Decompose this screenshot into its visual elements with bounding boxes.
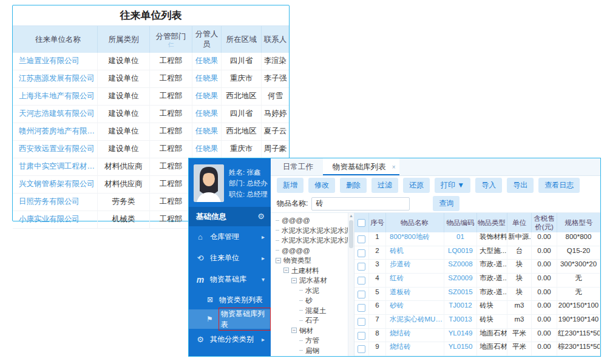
tree-node[interactable]: − 水泥水泥水泥水泥水泥水泥水泥 [271,226,354,236]
sidebar-item-material-types[interactable]: ⊠ 物资类别列表 [189,290,271,309]
select-all-checkbox[interactable] [358,219,365,227]
tree-collapse-icon[interactable]: − [291,278,297,283]
tree-node[interactable]: − @@@@ [271,215,354,226]
column-person[interactable]: 分管人员 [192,26,222,53]
column-department[interactable]: 分管部门 仁 [150,26,192,53]
partner-name-link[interactable]: 西安致远置业有限公司 [13,141,98,158]
row-checkbox[interactable] [358,235,365,243]
row-checkbox[interactable] [358,318,365,326]
toolbar-button[interactable]: 新增 [277,178,304,193]
row-checkbox[interactable] [358,332,365,340]
tree-node[interactable]: − 混凝土 [271,306,354,316]
sort-icon[interactable]: 仁 [168,42,174,48]
item-code-link[interactable]: LQ0019 [444,246,477,260]
column-item-name[interactable]: 物品名称 [386,213,444,232]
tree-node[interactable]: − 砂 [271,295,354,306]
tree-node[interactable]: − 水泥 [271,286,354,296]
item-name-link[interactable]: 步道砖 [386,260,444,273]
toolbar-button[interactable]: 删除 [340,178,367,193]
partner-name-link[interactable]: 天河志浩建筑有限公司 [13,106,98,123]
partner-person-link[interactable]: 任晓果 [192,53,222,70]
column-serial[interactable]: 序号 [369,213,386,232]
query-button[interactable]: 查询 [433,196,459,211]
item-name-link[interactable]: 800*800地砖 [386,232,444,246]
toolbar-button[interactable]: 导入 [475,178,502,193]
tree-node[interactable]: − 水泥水泥水泥水泥水泥水泥水泥 [271,235,354,246]
column-price[interactable]: 含税售价(元) [532,213,557,232]
partner-name-link[interactable]: 赣州河荟房地产有限公司 [13,123,98,140]
column-item-code[interactable]: 物品编码 [444,213,477,232]
item-name-link[interactable]: 水泥实心砖MU10 [386,315,444,328]
tab-daily-work[interactable]: 日常工作 [273,158,323,175]
partner-name-link[interactable]: 甘肃中实空调工程材料... [13,158,98,175]
sidebar-item-other-categories[interactable]: ⚙ 其他分类类别 ▸ [189,329,271,350]
row-checkbox[interactable] [358,345,365,353]
column-spec[interactable]: 规格型号 [557,213,600,232]
toolbar-button[interactable]: 导出 [507,178,534,193]
item-code-link[interactable]: SZ0008 [444,260,477,273]
row-checkbox[interactable] [358,249,365,257]
column-partner-name[interactable]: 往来单位名称 [13,26,98,53]
column-category[interactable]: 所属类别 [98,26,150,53]
tree-node[interactable]: − 角钢 [271,356,354,356]
item-code-link[interactable]: TJ0012 [444,301,477,314]
item-name-link[interactable]: 烧结砖 [386,342,444,356]
column-unit[interactable]: 单位 [507,213,532,232]
tree-node[interactable]: − @@@@ [271,246,354,256]
item-code-link[interactable]: YL0150 [444,342,477,356]
row-checkbox[interactable] [358,277,365,285]
tree-node[interactable]: − 土建材料 [271,266,354,276]
item-name-link[interactable]: 道板砖 [386,288,444,301]
toolbar-button[interactable]: 修改 [308,178,335,193]
partner-name-link[interactable]: 上海兆丰地产有限公司 [13,88,98,105]
close-icon[interactable]: × [392,159,396,176]
partner-name-link[interactable]: 日照劳务有限公司 [13,194,98,211]
sidebar-item-material-base-list[interactable]: ⚑ 物资基础库列表 [189,309,271,329]
partner-name-link[interactable]: 兴文钢管桥架有限公司 [13,176,98,193]
toolbar-button[interactable]: 还原 [403,178,430,193]
tree-node[interactable]: − 方管 [271,335,354,346]
scrollbar-thumb[interactable] [349,220,353,248]
tree-scrollbar[interactable]: ▲ [348,213,354,356]
tree-collapse-icon[interactable]: − [283,268,289,273]
partner-name-link[interactable]: 小康实业有限公司 [13,211,98,228]
item-code-link[interactable]: SZ0009 [444,274,477,287]
tab-material-base-list[interactable]: 物资基础库列表 × [323,158,399,175]
column-item-type[interactable]: 物品类型 [477,213,507,232]
item-code-link[interactable]: SZ0015 [444,288,477,301]
item-code-link[interactable]: TJ0013 [444,315,477,328]
item-code-link[interactable]: YL0149 [444,329,477,342]
column-region[interactable]: 所在区域 [222,26,262,53]
item-name-link[interactable]: 砂砖 [386,301,444,314]
tree-collapse-icon[interactable]: − [291,328,297,333]
gear-icon[interactable]: ⚙ [257,207,265,226]
tree-node[interactable]: − 扁钢 [271,346,354,356]
partner-person-link[interactable]: 任晓果 [192,70,222,87]
sidebar-item-partners[interactable]: ⟲ 往来单位 ▸ [189,248,271,269]
partner-name-link[interactable]: 兰迪置业有限公司 [13,53,98,70]
sidebar-section-basic-info[interactable]: 基础信息 ⚙ [189,207,271,226]
toolbar-button[interactable]: 查看日志 [538,178,580,193]
partner-person-link[interactable]: 任晓果 [192,141,222,158]
tree-node[interactable]: − 物资类型 [271,255,354,266]
item-name-input[interactable] [311,197,410,211]
item-code-link[interactable]: 01 [444,232,477,246]
sidebar-item-warehouse[interactable]: ⌂ 仓库管理 ▸ [189,226,271,248]
tree-node[interactable]: − 钢材 [271,326,354,336]
row-checkbox[interactable] [358,291,365,298]
partner-person-link[interactable]: 任晓果 [192,106,222,123]
tree-node[interactable]: − 泥水基材 [271,275,354,286]
item-name-link[interactable]: 烧结砖 [386,329,444,342]
row-checkbox[interactable] [358,304,365,312]
tree-collapse-icon[interactable]: − [276,258,281,263]
toolbar-button[interactable]: 打印 ▼ [435,178,470,193]
column-contact[interactable]: 联系人 [262,26,289,53]
item-name-link[interactable]: 红砖 [386,274,444,287]
tree-node[interactable]: − 石子 [271,315,354,326]
partner-name-link[interactable]: 江苏惠源发展有限公司 [13,70,98,87]
toolbar-button[interactable]: 过滤 [371,178,398,193]
sidebar-item-materials[interactable]: m 物资基础库 ▾ [189,269,271,290]
row-checkbox[interactable] [358,263,365,271]
partner-person-link[interactable]: 任晓果 [192,123,222,140]
partner-person-link[interactable]: 任晓果 [192,88,222,105]
